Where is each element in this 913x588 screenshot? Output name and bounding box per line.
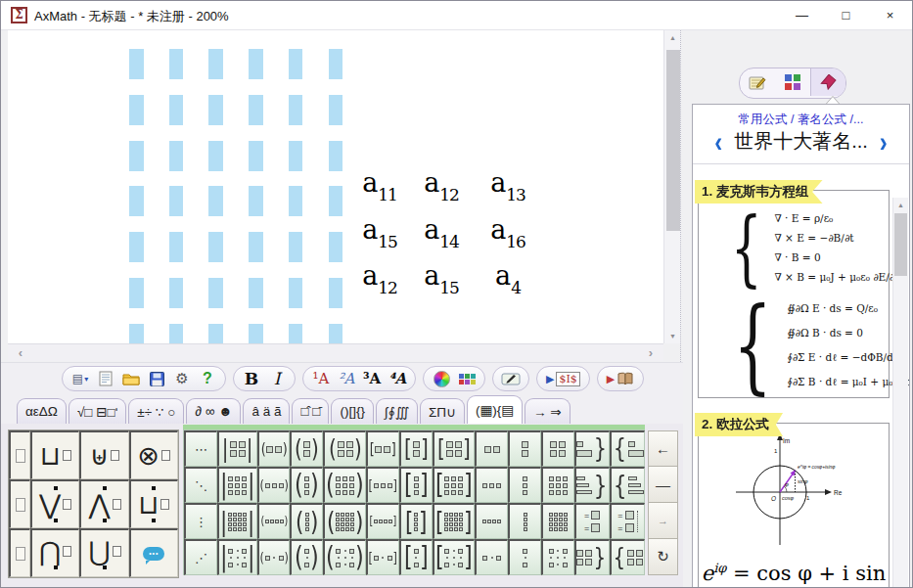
matrix-template-cell[interactable]: ⋯ bbox=[184, 430, 217, 467]
matrix-entry[interactable]: a15 bbox=[349, 214, 410, 249]
matrix-template-cell[interactable]: [] bbox=[366, 467, 399, 503]
scroll-right-icon[interactable]: › bbox=[642, 345, 660, 360]
matrix-template-cell[interactable]: == bbox=[574, 503, 610, 539]
matrix-input-slot[interactable] bbox=[208, 95, 223, 125]
matrix-entry[interactable]: a13 bbox=[478, 167, 538, 202]
matrix-template-cell[interactable] bbox=[475, 467, 508, 503]
matrix-template-cell[interactable]: () bbox=[290, 503, 323, 539]
matrix-template-cell[interactable]: [] bbox=[399, 430, 433, 467]
matrix-input-slot[interactable] bbox=[208, 232, 223, 262]
matrix-input-slot[interactable] bbox=[129, 278, 144, 308]
matrix-input-slot[interactable] bbox=[169, 232, 184, 262]
matrix-template-cell[interactable]: () bbox=[323, 539, 366, 575]
matrix-entry[interactable]: a16 bbox=[478, 214, 538, 249]
matrix-entry[interactable]: a15 bbox=[411, 260, 472, 294]
handwriting-input-button[interactable] bbox=[499, 368, 523, 389]
matrix-input-slot[interactable] bbox=[289, 95, 303, 125]
matrix-template-cell[interactable]: || bbox=[217, 539, 257, 575]
operator-cell[interactable]: ⊔ bbox=[129, 479, 178, 528]
matrix-template-cell[interactable]: ⋱ bbox=[184, 467, 217, 503]
matrix-input-slot[interactable] bbox=[329, 278, 343, 308]
matrix-input-slot[interactable] bbox=[289, 49, 303, 79]
tab-bigops[interactable]: ΣΠ∪ bbox=[420, 398, 465, 424]
matrix-template-cell[interactable]: [] bbox=[366, 539, 399, 575]
matrix-input-slot[interactable] bbox=[129, 186, 144, 216]
matrix-template-cell[interactable]: [] bbox=[399, 539, 433, 575]
matrix-template-cell[interactable] bbox=[508, 503, 541, 539]
matrix-input-slot[interactable] bbox=[329, 95, 343, 125]
matrix-input-slot[interactable] bbox=[249, 324, 263, 343]
settings-button[interactable]: ⚙ bbox=[170, 368, 194, 389]
operator-cell[interactable]: ⋀ bbox=[79, 479, 128, 528]
matrix-input-slot[interactable] bbox=[329, 232, 343, 262]
matrix-input-slot[interactable] bbox=[289, 141, 303, 171]
matrix-input-slot[interactable] bbox=[249, 49, 263, 79]
matrix-input-slot[interactable] bbox=[329, 186, 343, 216]
matrix-input-slot[interactable] bbox=[208, 186, 223, 216]
prev-collection-button[interactable]: ‹ bbox=[712, 127, 724, 156]
matrix-template-cell[interactable]: [] bbox=[433, 467, 476, 503]
color-palette-button[interactable] bbox=[455, 368, 479, 389]
matrix-template-cell[interactable]: [] bbox=[399, 467, 433, 503]
matrix-template-cell[interactable]: || bbox=[217, 503, 257, 539]
tab-matrices[interactable]: (▦){▤ bbox=[467, 395, 523, 424]
main-menu-button[interactable]: ▤▾ bbox=[68, 368, 92, 389]
tab-radicals[interactable]: √□ ⊟□ʹ bbox=[68, 398, 126, 424]
matrix-template-cell[interactable] bbox=[475, 503, 508, 539]
matrix-input-slot[interactable] bbox=[129, 324, 144, 343]
matrix-template-cell[interactable]: [] bbox=[433, 539, 476, 575]
canvas-horizontal-scrollbar[interactable]: ‹ › bbox=[8, 343, 663, 361]
text-style-1-button[interactable]: ¹A bbox=[309, 368, 333, 389]
matrix-input-slot[interactable] bbox=[208, 324, 223, 343]
matrix-template-cell[interactable]: [] bbox=[366, 503, 399, 539]
help-button[interactable]: ? bbox=[196, 368, 219, 389]
matrix-template-cell[interactable] bbox=[508, 467, 541, 503]
matrix-input-slot[interactable] bbox=[129, 49, 144, 79]
matrix-template-cell[interactable]: () bbox=[290, 430, 323, 467]
breadcrumb[interactable]: 常用公式 / 著名公式 /... bbox=[693, 112, 909, 128]
matrix-entry[interactable]: a12 bbox=[349, 260, 410, 294]
matrix-template-cell[interactable]: } bbox=[574, 539, 610, 575]
matrix-template-cell[interactable]: () bbox=[323, 503, 366, 539]
tab-accents[interactable]: â ä ã bbox=[243, 398, 290, 424]
scroll-up-icon[interactable]: ▲ bbox=[664, 34, 681, 41]
operator-cell[interactable]: ⋃ bbox=[79, 528, 128, 577]
matrix-template-cell[interactable]: == bbox=[610, 503, 645, 539]
matrix-input-slot[interactable] bbox=[208, 278, 223, 308]
matrix-template-cell[interactable]: ⋮ bbox=[184, 503, 217, 539]
panel-scroll-up-icon[interactable]: ▲ bbox=[893, 202, 908, 208]
matrix-template-cell[interactable]: () bbox=[290, 467, 323, 503]
palette-slot-cell[interactable] bbox=[9, 528, 30, 577]
matrix-template-cell[interactable]: ⋰ bbox=[184, 539, 217, 575]
tab-misc[interactable]: ∂ ∞ ☻ bbox=[186, 398, 241, 424]
matrix-input-slot[interactable] bbox=[169, 324, 184, 343]
matrix-template-cell[interactable]: || bbox=[217, 430, 257, 467]
matrix-template-cell[interactable]: [] bbox=[433, 430, 476, 467]
matrix-template-cell[interactable] bbox=[475, 539, 508, 575]
matrix-template-cell[interactable]: [] bbox=[366, 430, 399, 467]
operator-cell[interactable]: ⋁ bbox=[30, 479, 79, 528]
handwriting-panel-tab[interactable] bbox=[740, 68, 775, 96]
matrix-input-slot[interactable] bbox=[329, 49, 343, 79]
matrix-input-slot[interactable] bbox=[249, 232, 263, 262]
maximize-button[interactable]: □ bbox=[824, 1, 868, 29]
reset-panel-button[interactable]: ↻ bbox=[648, 539, 678, 575]
text-style-4-button[interactable]: ⁴A bbox=[386, 368, 409, 389]
matrix-template-cell[interactable]: () bbox=[257, 539, 291, 575]
vertical-scroll-thumb[interactable] bbox=[666, 50, 680, 231]
matrix-template-cell[interactable] bbox=[475, 430, 508, 467]
matrix-template-cell[interactable] bbox=[541, 503, 574, 539]
symbol-panel-tab[interactable] bbox=[775, 68, 810, 96]
formula-card-maxwell[interactable]: {∇ · E = ρ∕ε₀∇ × E = −∂B∕∂t∇ · B = 0∇ × … bbox=[698, 190, 890, 398]
open-file-button[interactable] bbox=[119, 368, 143, 389]
scroll-down-icon[interactable]: ▼ bbox=[664, 333, 681, 339]
matrix-template-cell[interactable] bbox=[541, 539, 574, 575]
matrix-input-slot[interactable] bbox=[329, 324, 343, 343]
matrix-entry[interactable]: a14 bbox=[411, 214, 472, 249]
collapse-panel-button[interactable]: — bbox=[648, 467, 678, 503]
matrix-template-cell[interactable] bbox=[541, 430, 574, 467]
tab-brackets[interactable]: ()[]{} bbox=[331, 398, 374, 424]
scroll-left-button[interactable]: ← bbox=[648, 430, 678, 467]
matrix-entry[interactable]: a12 bbox=[411, 167, 472, 202]
tab-integrals[interactable]: ∫∮∭ bbox=[376, 398, 418, 424]
